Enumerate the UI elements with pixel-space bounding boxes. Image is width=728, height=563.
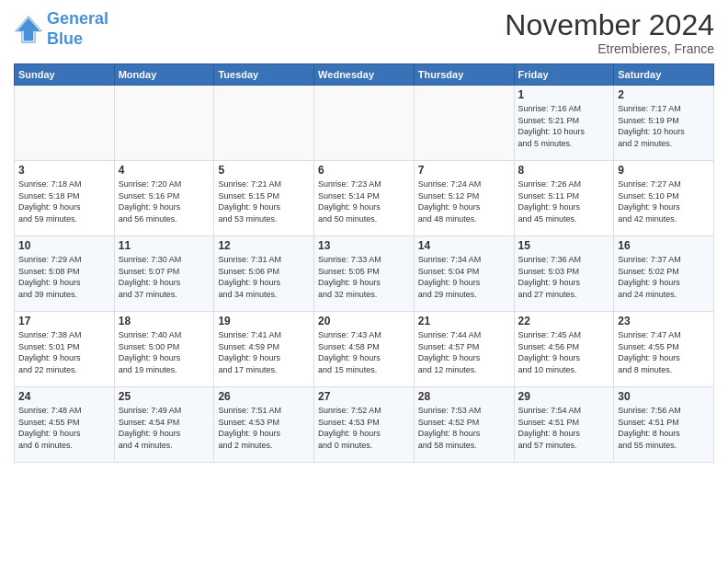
header-cell-tuesday: Tuesday: [214, 64, 314, 86]
header-cell-monday: Monday: [114, 64, 214, 86]
calendar-cell: 7Sunrise: 7:24 AM Sunset: 5:12 PM Daylig…: [414, 161, 514, 236]
cell-content: Sunrise: 7:48 AM Sunset: 4:55 PM Dayligh…: [18, 405, 110, 451]
day-number: 12: [218, 239, 310, 252]
calendar-header: SundayMondayTuesdayWednesdayThursdayFrid…: [15, 64, 714, 86]
calendar-cell: 20Sunrise: 7:43 AM Sunset: 4:58 PM Dayli…: [314, 312, 415, 387]
calendar-cell: [15, 86, 115, 161]
calendar-cell: [414, 86, 514, 161]
logo-line1: General: [47, 9, 108, 28]
calendar-cell: [114, 86, 214, 161]
day-number: 6: [318, 164, 410, 177]
calendar-cell: 2Sunrise: 7:17 AM Sunset: 5:19 PM Daylig…: [614, 86, 714, 161]
day-number: 15: [518, 239, 610, 252]
calendar-week-5: 24Sunrise: 7:48 AM Sunset: 4:55 PM Dayli…: [15, 387, 714, 463]
calendar-cell: 24Sunrise: 7:48 AM Sunset: 4:55 PM Dayli…: [15, 387, 115, 463]
day-number: 24: [18, 390, 110, 403]
day-number: 10: [18, 239, 110, 252]
calendar-cell: 10Sunrise: 7:29 AM Sunset: 5:08 PM Dayli…: [15, 236, 115, 312]
cell-content: Sunrise: 7:23 AM Sunset: 5:14 PM Dayligh…: [318, 178, 410, 224]
calendar-week-3: 10Sunrise: 7:29 AM Sunset: 5:08 PM Dayli…: [15, 236, 714, 312]
cell-content: Sunrise: 7:26 AM Sunset: 5:11 PM Dayligh…: [518, 178, 610, 224]
header-cell-thursday: Thursday: [414, 64, 514, 86]
calendar-cell: 25Sunrise: 7:49 AM Sunset: 4:54 PM Dayli…: [114, 387, 214, 463]
logo-icon: [14, 15, 43, 44]
calendar-cell: 22Sunrise: 7:45 AM Sunset: 4:56 PM Dayli…: [514, 312, 614, 387]
cell-content: Sunrise: 7:27 AM Sunset: 5:10 PM Dayligh…: [618, 178, 710, 224]
cell-content: Sunrise: 7:33 AM Sunset: 5:05 PM Dayligh…: [318, 254, 410, 300]
calendar-week-1: 1Sunrise: 7:16 AM Sunset: 5:21 PM Daylig…: [15, 86, 714, 161]
header-cell-wednesday: Wednesday: [314, 64, 415, 86]
calendar-cell: 26Sunrise: 7:51 AM Sunset: 4:53 PM Dayli…: [214, 387, 314, 463]
calendar-week-2: 3Sunrise: 7:18 AM Sunset: 5:18 PM Daylig…: [15, 161, 714, 236]
cell-content: Sunrise: 7:36 AM Sunset: 5:03 PM Dayligh…: [518, 254, 610, 300]
day-number: 28: [418, 390, 510, 403]
header-cell-sunday: Sunday: [15, 64, 115, 86]
calendar-cell: 23Sunrise: 7:47 AM Sunset: 4:55 PM Dayli…: [614, 312, 714, 387]
svg-marker-0: [17, 17, 40, 40]
cell-content: Sunrise: 7:29 AM Sunset: 5:08 PM Dayligh…: [18, 254, 110, 300]
cell-content: Sunrise: 7:52 AM Sunset: 4:53 PM Dayligh…: [318, 405, 410, 451]
header-cell-saturday: Saturday: [614, 64, 714, 86]
day-number: 11: [119, 239, 210, 252]
calendar-cell: [314, 86, 415, 161]
calendar-cell: 12Sunrise: 7:31 AM Sunset: 5:06 PM Dayli…: [214, 236, 314, 312]
cell-content: Sunrise: 7:31 AM Sunset: 5:06 PM Dayligh…: [218, 254, 310, 300]
day-number: 27: [318, 390, 410, 403]
day-number: 9: [618, 164, 710, 177]
calendar-cell: 17Sunrise: 7:38 AM Sunset: 5:01 PM Dayli…: [15, 312, 115, 387]
day-number: 22: [518, 315, 610, 327]
day-number: 23: [618, 315, 710, 327]
calendar-cell: 21Sunrise: 7:44 AM Sunset: 4:57 PM Dayli…: [414, 312, 514, 387]
logo: General Blue: [14, 9, 108, 49]
calendar-cell: 16Sunrise: 7:37 AM Sunset: 5:02 PM Dayli…: [614, 236, 714, 312]
title-area: November 2024 Etrembieres, France: [505, 9, 714, 56]
cell-content: Sunrise: 7:40 AM Sunset: 5:00 PM Dayligh…: [119, 329, 210, 375]
day-number: 2: [618, 88, 710, 101]
day-number: 25: [119, 390, 210, 403]
month-title: November 2024: [505, 9, 714, 41]
cell-content: Sunrise: 7:20 AM Sunset: 5:16 PM Dayligh…: [119, 178, 210, 224]
calendar-cell: 4Sunrise: 7:20 AM Sunset: 5:16 PM Daylig…: [114, 161, 214, 236]
day-number: 21: [418, 315, 510, 327]
cell-content: Sunrise: 7:38 AM Sunset: 5:01 PM Dayligh…: [18, 329, 110, 375]
calendar-cell: 30Sunrise: 7:56 AM Sunset: 4:51 PM Dayli…: [614, 387, 714, 463]
cell-content: Sunrise: 7:17 AM Sunset: 5:19 PM Dayligh…: [618, 103, 710, 149]
cell-content: Sunrise: 7:44 AM Sunset: 4:57 PM Dayligh…: [418, 329, 510, 375]
day-number: 26: [218, 390, 310, 403]
cell-content: Sunrise: 7:16 AM Sunset: 5:21 PM Dayligh…: [518, 103, 610, 149]
cell-content: Sunrise: 7:34 AM Sunset: 5:04 PM Dayligh…: [418, 254, 510, 300]
calendar-cell: 3Sunrise: 7:18 AM Sunset: 5:18 PM Daylig…: [15, 161, 115, 236]
logo-line2: Blue: [47, 29, 83, 48]
cell-content: Sunrise: 7:53 AM Sunset: 4:52 PM Dayligh…: [418, 405, 510, 451]
cell-content: Sunrise: 7:24 AM Sunset: 5:12 PM Dayligh…: [418, 178, 510, 224]
day-number: 30: [618, 390, 710, 403]
calendar-cell: 28Sunrise: 7:53 AM Sunset: 4:52 PM Dayli…: [414, 387, 514, 463]
day-number: 7: [418, 164, 510, 177]
calendar-cell: 27Sunrise: 7:52 AM Sunset: 4:53 PM Dayli…: [314, 387, 415, 463]
cell-content: Sunrise: 7:47 AM Sunset: 4:55 PM Dayligh…: [618, 329, 710, 375]
subtitle: Etrembieres, France: [505, 41, 714, 56]
day-number: 29: [518, 390, 610, 403]
calendar-cell: 18Sunrise: 7:40 AM Sunset: 5:00 PM Dayli…: [114, 312, 214, 387]
day-number: 17: [18, 315, 110, 327]
day-number: 4: [119, 164, 210, 177]
cell-content: Sunrise: 7:18 AM Sunset: 5:18 PM Dayligh…: [18, 178, 110, 224]
day-number: 19: [218, 315, 310, 327]
calendar-cell: 13Sunrise: 7:33 AM Sunset: 5:05 PM Dayli…: [314, 236, 415, 312]
cell-content: Sunrise: 7:41 AM Sunset: 4:59 PM Dayligh…: [218, 329, 310, 375]
day-number: 18: [119, 315, 210, 327]
cell-content: Sunrise: 7:45 AM Sunset: 4:56 PM Dayligh…: [518, 329, 610, 375]
cell-content: Sunrise: 7:21 AM Sunset: 5:15 PM Dayligh…: [218, 178, 310, 224]
cell-content: Sunrise: 7:43 AM Sunset: 4:58 PM Dayligh…: [318, 329, 410, 375]
calendar-cell: 1Sunrise: 7:16 AM Sunset: 5:21 PM Daylig…: [514, 86, 614, 161]
calendar-cell: 6Sunrise: 7:23 AM Sunset: 5:14 PM Daylig…: [314, 161, 415, 236]
day-number: 8: [518, 164, 610, 177]
header: General Blue November 2024 Etrembieres, …: [14, 9, 714, 56]
cell-content: Sunrise: 7:49 AM Sunset: 4:54 PM Dayligh…: [119, 405, 210, 451]
header-row: SundayMondayTuesdayWednesdayThursdayFrid…: [15, 64, 714, 86]
calendar-cell: 15Sunrise: 7:36 AM Sunset: 5:03 PM Dayli…: [514, 236, 614, 312]
calendar-table: SundayMondayTuesdayWednesdayThursdayFrid…: [14, 63, 714, 463]
calendar-cell: 19Sunrise: 7:41 AM Sunset: 4:59 PM Dayli…: [214, 312, 314, 387]
cell-content: Sunrise: 7:51 AM Sunset: 4:53 PM Dayligh…: [218, 405, 310, 451]
cell-content: Sunrise: 7:54 AM Sunset: 4:51 PM Dayligh…: [518, 405, 610, 451]
